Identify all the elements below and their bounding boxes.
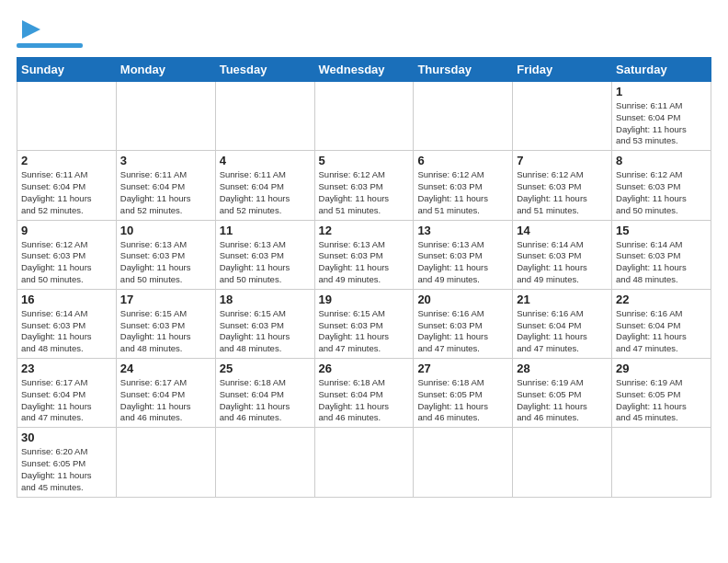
weekday-header-monday: Monday <box>116 58 215 82</box>
day-number: 29 <box>616 362 707 375</box>
day-info: Sunrise: 6:12 AM Sunset: 6:03 PM Dayligh… <box>319 169 410 216</box>
day-info: Sunrise: 6:17 AM Sunset: 6:04 PM Dayligh… <box>120 377 211 424</box>
day-number: 15 <box>616 224 707 237</box>
calendar-cell: 1Sunrise: 6:11 AM Sunset: 6:04 PM Daylig… <box>612 82 711 151</box>
day-number: 20 <box>417 293 508 306</box>
day-info: Sunrise: 6:20 AM Sunset: 6:05 PM Dayligh… <box>21 446 112 493</box>
day-number: 25 <box>220 362 311 375</box>
day-info: Sunrise: 6:15 AM Sunset: 6:03 PM Dayligh… <box>319 308 410 355</box>
calendar-cell: 19Sunrise: 6:15 AM Sunset: 6:03 PM Dayli… <box>314 289 414 358</box>
calendar-cell: 9Sunrise: 6:12 AM Sunset: 6:03 PM Daylig… <box>17 220 117 289</box>
calendar-week-6: 30Sunrise: 6:20 AM Sunset: 6:05 PM Dayli… <box>17 428 711 497</box>
calendar-cell: 29Sunrise: 6:19 AM Sunset: 6:05 PM Dayli… <box>612 359 711 428</box>
day-info: Sunrise: 6:19 AM Sunset: 6:05 PM Dayligh… <box>616 377 707 424</box>
calendar-cell: 10Sunrise: 6:13 AM Sunset: 6:03 PM Dayli… <box>116 220 215 289</box>
day-number: 21 <box>517 293 608 306</box>
day-info: Sunrise: 6:11 AM Sunset: 6:04 PM Dayligh… <box>120 169 211 216</box>
calendar-cell: 14Sunrise: 6:14 AM Sunset: 6:03 PM Dayli… <box>513 220 612 289</box>
day-info: Sunrise: 6:13 AM Sunset: 6:03 PM Dayligh… <box>319 239 410 286</box>
day-info: Sunrise: 6:16 AM Sunset: 6:04 PM Dayligh… <box>616 308 707 355</box>
calendar-cell: 5Sunrise: 6:12 AM Sunset: 6:03 PM Daylig… <box>314 151 414 220</box>
logo-flag-icon <box>18 17 44 42</box>
day-info: Sunrise: 6:11 AM Sunset: 6:04 PM Dayligh… <box>220 169 311 216</box>
weekday-header-friday: Friday <box>513 58 612 82</box>
calendar-cell: 25Sunrise: 6:18 AM Sunset: 6:04 PM Dayli… <box>215 359 314 428</box>
day-number: 13 <box>417 224 508 237</box>
day-number: 22 <box>616 293 707 306</box>
day-number: 28 <box>517 362 608 375</box>
svg-marker-0 <box>22 20 40 39</box>
day-info: Sunrise: 6:19 AM Sunset: 6:05 PM Dayligh… <box>517 377 608 424</box>
day-info: Sunrise: 6:18 AM Sunset: 6:04 PM Dayligh… <box>319 377 410 424</box>
calendar-cell: 3Sunrise: 6:11 AM Sunset: 6:04 PM Daylig… <box>116 151 215 220</box>
calendar-cell <box>314 82 414 151</box>
calendar-cell: 2Sunrise: 6:11 AM Sunset: 6:04 PM Daylig… <box>17 151 117 220</box>
day-info: Sunrise: 6:11 AM Sunset: 6:04 PM Dayligh… <box>21 169 112 216</box>
day-info: Sunrise: 6:13 AM Sunset: 6:03 PM Dayligh… <box>120 239 211 286</box>
calendar-cell: 22Sunrise: 6:16 AM Sunset: 6:04 PM Dayli… <box>612 289 711 358</box>
calendar-cell <box>612 428 711 497</box>
day-number: 18 <box>220 293 311 306</box>
calendar-cell: 24Sunrise: 6:17 AM Sunset: 6:04 PM Dayli… <box>116 359 215 428</box>
day-number: 17 <box>120 293 211 306</box>
day-info: Sunrise: 6:17 AM Sunset: 6:04 PM Dayligh… <box>21 377 112 424</box>
day-number: 24 <box>120 362 211 375</box>
day-number: 19 <box>319 293 410 306</box>
day-number: 3 <box>120 154 211 167</box>
day-info: Sunrise: 6:12 AM Sunset: 6:03 PM Dayligh… <box>417 169 508 216</box>
day-number: 6 <box>417 154 508 167</box>
day-number: 14 <box>517 224 608 237</box>
calendar-cell: 17Sunrise: 6:15 AM Sunset: 6:03 PM Dayli… <box>116 289 215 358</box>
calendar-cell <box>513 428 612 497</box>
day-info: Sunrise: 6:11 AM Sunset: 6:04 PM Dayligh… <box>616 100 707 147</box>
calendar-cell: 30Sunrise: 6:20 AM Sunset: 6:05 PM Dayli… <box>17 428 117 497</box>
day-number: 30 <box>21 431 112 444</box>
day-info: Sunrise: 6:14 AM Sunset: 6:03 PM Dayligh… <box>21 308 112 355</box>
calendar-week-2: 2Sunrise: 6:11 AM Sunset: 6:04 PM Daylig… <box>17 151 711 220</box>
weekday-header-sunday: Sunday <box>17 58 117 82</box>
day-number: 10 <box>120 224 211 237</box>
calendar-cell: 8Sunrise: 6:12 AM Sunset: 6:03 PM Daylig… <box>612 151 711 220</box>
calendar-week-3: 9Sunrise: 6:12 AM Sunset: 6:03 PM Daylig… <box>17 220 711 289</box>
calendar-cell <box>116 82 215 151</box>
weekday-header-wednesday: Wednesday <box>314 58 414 82</box>
weekday-header-saturday: Saturday <box>612 58 711 82</box>
day-info: Sunrise: 6:16 AM Sunset: 6:03 PM Dayligh… <box>417 308 508 355</box>
calendar-cell: 21Sunrise: 6:16 AM Sunset: 6:04 PM Dayli… <box>513 289 612 358</box>
day-info: Sunrise: 6:12 AM Sunset: 6:03 PM Dayligh… <box>616 169 707 216</box>
day-number: 12 <box>319 224 410 237</box>
day-info: Sunrise: 6:15 AM Sunset: 6:03 PM Dayligh… <box>120 308 211 355</box>
calendar-cell <box>215 82 314 151</box>
day-number: 5 <box>319 154 410 167</box>
day-info: Sunrise: 6:12 AM Sunset: 6:03 PM Dayligh… <box>21 239 112 286</box>
calendar-cell: 6Sunrise: 6:12 AM Sunset: 6:03 PM Daylig… <box>414 151 513 220</box>
calendar-cell <box>116 428 215 497</box>
day-info: Sunrise: 6:13 AM Sunset: 6:03 PM Dayligh… <box>220 239 311 286</box>
calendar-week-4: 16Sunrise: 6:14 AM Sunset: 6:03 PM Dayli… <box>17 289 711 358</box>
day-info: Sunrise: 6:16 AM Sunset: 6:04 PM Dayligh… <box>517 308 608 355</box>
logo-underline <box>17 43 83 48</box>
calendar-cell: 16Sunrise: 6:14 AM Sunset: 6:03 PM Dayli… <box>17 289 117 358</box>
day-number: 8 <box>616 154 707 167</box>
calendar-cell <box>513 82 612 151</box>
calendar-cell <box>17 82 117 151</box>
calendar-cell: 11Sunrise: 6:13 AM Sunset: 6:03 PM Dayli… <box>215 220 314 289</box>
calendar-week-5: 23Sunrise: 6:17 AM Sunset: 6:04 PM Dayli… <box>17 359 711 428</box>
day-number: 26 <box>319 362 410 375</box>
day-info: Sunrise: 6:18 AM Sunset: 6:04 PM Dayligh… <box>220 377 311 424</box>
day-number: 1 <box>616 85 707 98</box>
calendar-cell: 15Sunrise: 6:14 AM Sunset: 6:03 PM Dayli… <box>612 220 711 289</box>
calendar-cell: 4Sunrise: 6:11 AM Sunset: 6:04 PM Daylig… <box>215 151 314 220</box>
calendar-cell: 12Sunrise: 6:13 AM Sunset: 6:03 PM Dayli… <box>314 220 414 289</box>
day-info: Sunrise: 6:15 AM Sunset: 6:03 PM Dayligh… <box>220 308 311 355</box>
day-number: 9 <box>21 224 112 237</box>
day-info: Sunrise: 6:13 AM Sunset: 6:03 PM Dayligh… <box>417 239 508 286</box>
calendar-cell: 27Sunrise: 6:18 AM Sunset: 6:05 PM Dayli… <box>414 359 513 428</box>
calendar-table: SundayMondayTuesdayWednesdayThursdayFrid… <box>17 57 711 498</box>
calendar-week-1: 1Sunrise: 6:11 AM Sunset: 6:04 PM Daylig… <box>17 82 711 151</box>
calendar-cell <box>414 82 513 151</box>
calendar-cell: 20Sunrise: 6:16 AM Sunset: 6:03 PM Dayli… <box>414 289 513 358</box>
weekday-header-row: SundayMondayTuesdayWednesdayThursdayFrid… <box>17 58 711 82</box>
calendar-cell: 7Sunrise: 6:12 AM Sunset: 6:03 PM Daylig… <box>513 151 612 220</box>
calendar-cell <box>215 428 314 497</box>
